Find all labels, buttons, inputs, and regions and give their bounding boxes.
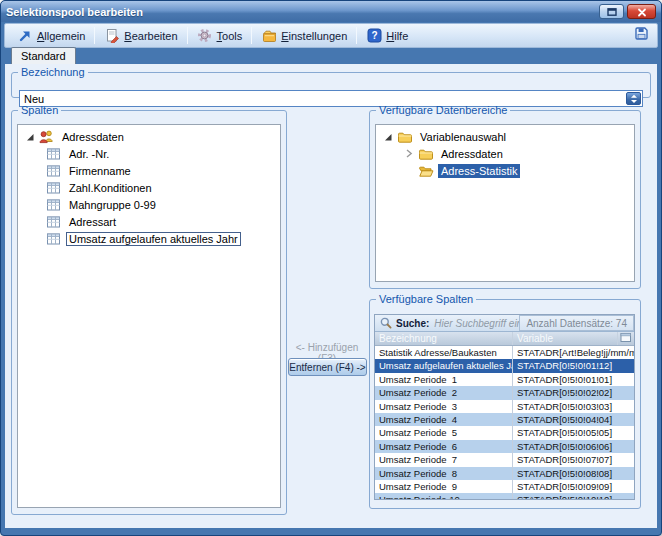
remove-button[interactable]: Entfernen (F4) -> xyxy=(288,358,367,376)
expand-triangle-icon[interactable] xyxy=(382,131,394,143)
grid-cell-variable: STATADR[Art!Beleg!jj/mm/m xyxy=(513,346,634,359)
folder-closed-icon xyxy=(417,146,434,161)
toolbar-button-label: Bearbeiten xyxy=(124,30,177,42)
search-bar: Suche: Hier Suchbegriff einge Anzahl Dat… xyxy=(375,315,634,332)
datenbereiche-group-title: Verfügbare Datenbereiche xyxy=(376,104,510,116)
datenbereiche-tree-children: AdressdatenAdress-Statistik xyxy=(376,145,634,179)
close-button[interactable] xyxy=(627,4,656,19)
grid-row[interactable]: Umsatz Periode 2STATADR[0!5!0!02!02] xyxy=(375,386,634,399)
grid-cell-variable: STATADR[0!5!0!10!10] xyxy=(513,493,634,500)
gear-icon xyxy=(197,28,213,44)
column-header-variable[interactable]: Variable xyxy=(513,332,618,345)
grid-row[interactable]: Statistik Adresse/BaukastenSTATADR[Art!B… xyxy=(375,346,634,359)
toolbar-button-tools[interactable]: Tools xyxy=(190,26,250,46)
datenbereiche-group: Verfügbare Datenbereiche Variablenauswah… xyxy=(369,104,641,289)
toolbar-items: AllgemeinBearbeitenToolsEinstellungen?Hi… xyxy=(10,24,415,47)
grid-cell-bezeichnung: Umsatz Periode 8 xyxy=(375,467,513,480)
bezeichnung-group: Bezeichnung Neu xyxy=(11,66,651,98)
tree-node-label: Mahngruppe 0-99 xyxy=(66,198,159,212)
bezeichnung-value: Neu xyxy=(20,93,626,105)
grid-cell-bezeichnung: Umsatz Periode 10 xyxy=(375,493,513,500)
restore-icon xyxy=(606,3,618,21)
grid-cell-variable: STATADR[0!5!0!03!03] xyxy=(513,400,634,413)
grid-cell-bezeichnung: Statistik Adresse/Baukasten xyxy=(375,346,513,359)
grid-cell-bezeichnung: Umsatz Periode 4 xyxy=(375,413,513,426)
grid-cell-variable: STATADR[0!5!0!05!05] xyxy=(513,426,634,439)
toolbar-button-einstellungen[interactable]: Einstellungen xyxy=(254,26,354,46)
table-icon xyxy=(45,163,62,178)
tab-standard[interactable]: Standard xyxy=(11,47,76,64)
toolbar-button-label: Tools xyxy=(217,30,243,42)
folder-closed-icon xyxy=(396,129,413,144)
grid-row[interactable]: Umsatz Periode 9STATADR[0!5!0!09!09] xyxy=(375,480,634,493)
verfuegbare-spalten-group-title: Verfügbare Spalten xyxy=(376,293,476,305)
toolbar-button-bearbeiten[interactable]: Bearbeiten xyxy=(97,26,184,46)
maximize-restore-button[interactable] xyxy=(599,4,624,19)
window-controls xyxy=(599,4,656,19)
settings-folder-icon xyxy=(261,28,277,44)
column-chooser-button[interactable] xyxy=(618,332,634,345)
search-input[interactable]: Hier Suchbegriff einge xyxy=(434,318,519,329)
grid-row[interactable]: Umsatz Periode 5STATADR[0!5!0!05!05] xyxy=(375,426,634,439)
verfuegbare-spalten-group: Verfügbare Spalten Suche: Hier Suchbegri… xyxy=(369,293,641,509)
tree-node-label: Firmenname xyxy=(66,164,134,178)
grid-row[interactable]: Umsatz aufgelaufen aktuelles JahrSTATADR… xyxy=(375,359,634,372)
spalten-group-title: Spalten xyxy=(18,104,61,116)
tree-node-variablenauswahl[interactable]: Variablenauswahl xyxy=(376,128,634,145)
tree-node-label: Adr. -Nr. xyxy=(66,147,112,161)
grid-row[interactable]: Umsatz Periode 4STATADR[0!5!0!04!04] xyxy=(375,413,634,426)
folder-open-icon xyxy=(417,163,434,178)
grid-cell-bezeichnung: Umsatz Periode 1 xyxy=(375,373,513,386)
tree-node-adressdaten[interactable]: Adressdaten xyxy=(376,145,634,162)
tree-node-adress-statistik[interactable]: Adress-Statistik xyxy=(376,162,634,179)
grid-row[interactable]: Umsatz Periode 1STATADR[0!5!0!01!01] xyxy=(375,373,634,386)
grid-cell-variable: STATADR[0!5!0!07!07] xyxy=(513,453,634,466)
tab-strip: Standard xyxy=(5,47,657,64)
grid-row[interactable]: Umsatz Periode 8STATADR[0!5!0!08!08] xyxy=(375,467,634,480)
toolbar-button-label: Allgemein xyxy=(37,30,85,42)
grid-cell-bezeichnung: Umsatz Periode 9 xyxy=(375,480,513,493)
edit-page-icon xyxy=(104,28,120,44)
tree-node-adr-nr-[interactable]: Adr. -Nr. xyxy=(18,145,280,162)
grid-cell-variable: STATADR[0!5!0!09!09] xyxy=(513,480,634,493)
tree-node-label: Adress-Statistik xyxy=(438,164,520,178)
grid-cell-variable: STATADR[0!5!0!01!12] xyxy=(513,359,634,372)
toolbar-button-allgemein[interactable]: Allgemein xyxy=(10,26,92,46)
titlebar[interactable]: Selektionspool bearbeiten xyxy=(1,1,661,22)
column-header-bezeichnung[interactable]: Bezeichnung xyxy=(375,332,513,345)
tree-node-adressart[interactable]: Adressart xyxy=(18,213,280,230)
grid-row[interactable]: Umsatz Periode 6STATADR[0!5!0!06!06] xyxy=(375,440,634,453)
tree-node-label: Adressdaten xyxy=(438,147,506,161)
table-icon xyxy=(45,180,62,195)
grid-row[interactable]: Umsatz Periode 3STATADR[0!5!0!03!03] xyxy=(375,400,634,413)
grid-cell-variable: STATADR[0!5!0!06!06] xyxy=(513,440,634,453)
spalten-tree-children: Adr. -Nr.FirmennameZahl.KonditionenMahng… xyxy=(18,145,280,247)
tree-node-umsatz-aufgelaufen-aktuelles-jahr[interactable]: Umsatz aufgelaufen aktuelles Jahr xyxy=(18,230,280,247)
tree-indent-spacer xyxy=(403,165,415,177)
save-button[interactable] xyxy=(631,25,652,46)
tree-node-adressdaten[interactable]: Adressdaten xyxy=(18,128,280,145)
grid-cell-variable: STATADR[0!5!0!04!04] xyxy=(513,413,634,426)
tree-node-label: Umsatz aufgelaufen aktuelles Jahr xyxy=(66,232,241,246)
grid-cell-variable: STATADR[0!5!0!02!02] xyxy=(513,386,634,399)
tree-node-mahngruppe-0-99[interactable]: Mahngruppe 0-99 xyxy=(18,196,280,213)
grid-row[interactable]: Umsatz Periode 10STATADR[0!5!0!10!10] xyxy=(375,493,634,500)
expand-triangle-icon[interactable] xyxy=(24,131,36,143)
grid-body: Statistik Adresse/BaukastenSTATADR[Art!B… xyxy=(375,346,634,500)
tree-node-label: Variablenauswahl xyxy=(417,130,509,144)
spalten-listbox: Adressdaten Adr. -Nr.FirmennameZahl.Kond… xyxy=(17,124,281,508)
collapse-chevron-icon[interactable] xyxy=(403,148,415,160)
grid-cell-bezeichnung: Umsatz aufgelaufen aktuelles Jahr xyxy=(375,359,513,372)
content-panel: Bezeichnung Neu Spalten Adressdaten Adr.… xyxy=(5,64,657,528)
close-icon xyxy=(637,3,647,21)
save-icon xyxy=(634,26,649,45)
grid-header: Bezeichnung Variable xyxy=(375,332,634,346)
grid-row[interactable]: Umsatz Periode 7STATADR[0!5!0!07!07] xyxy=(375,453,634,466)
help-icon: ? xyxy=(366,28,382,44)
grid-cell-bezeichnung: Umsatz Periode 2 xyxy=(375,386,513,399)
tree-node-firmenname[interactable]: Firmenname xyxy=(18,162,280,179)
table-icon xyxy=(45,214,62,229)
tree-node-zahl-konditionen[interactable]: Zahl.Konditionen xyxy=(18,179,280,196)
tree-node-label: Zahl.Konditionen xyxy=(66,181,155,195)
toolbar-button-hilfe[interactable]: ?Hilfe xyxy=(359,26,415,46)
